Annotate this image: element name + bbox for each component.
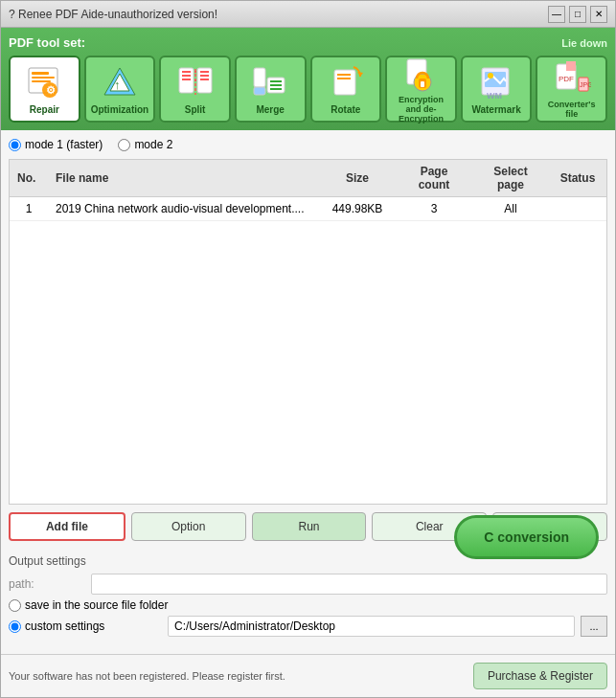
svg-rect-14 bbox=[200, 71, 209, 73]
repair-label: Repair bbox=[30, 104, 59, 115]
mode1-label: mode 1 (faster) bbox=[25, 138, 103, 151]
repair-icon: ⚙ bbox=[25, 63, 63, 101]
svg-text:WM: WM bbox=[487, 91, 502, 101]
tool-merge[interactable]: Merge bbox=[235, 56, 307, 123]
svg-rect-28 bbox=[337, 78, 351, 79]
svg-text:⚙: ⚙ bbox=[46, 84, 56, 96]
optimization-icon: ↑ bbox=[101, 63, 139, 101]
toolbar-right-text: Lie down bbox=[561, 37, 607, 49]
toolbar-header: PDF tool set: Lie down bbox=[9, 35, 607, 50]
optimization-label: Optimization bbox=[91, 104, 149, 115]
watermark-label: Watermark bbox=[471, 104, 520, 115]
svg-rect-2 bbox=[32, 77, 55, 79]
svg-rect-3 bbox=[32, 80, 51, 82]
save-source-row: save in the source file folder bbox=[9, 598, 607, 612]
output-path-row: path: bbox=[9, 574, 607, 595]
svg-rect-12 bbox=[182, 79, 191, 80]
output-path-input[interactable] bbox=[91, 574, 607, 595]
tool-converter[interactable]: PDF → JPG Converter's file bbox=[536, 56, 607, 123]
save-source-text: save in the source file folder bbox=[25, 598, 168, 612]
rotate-label: Rotate bbox=[331, 104, 360, 115]
save-source-radio[interactable] bbox=[9, 599, 21, 612]
close-button[interactable]: ✕ bbox=[590, 6, 607, 23]
save-source-label[interactable]: save in the source file folder bbox=[9, 598, 168, 612]
mode2-radio[interactable] bbox=[118, 139, 130, 151]
window-controls: — □ ✕ bbox=[548, 6, 607, 23]
option-button[interactable]: Option bbox=[131, 512, 246, 541]
svg-rect-1 bbox=[32, 72, 49, 75]
cell-status bbox=[549, 197, 606, 221]
mode1-option[interactable]: mode 1 (faster) bbox=[9, 138, 103, 151]
svg-marker-29 bbox=[357, 72, 363, 77]
svg-point-36 bbox=[488, 73, 493, 79]
bottom-area: Your software has not been registered. P… bbox=[1, 654, 615, 697]
col-size: Size bbox=[319, 160, 396, 197]
svg-rect-16 bbox=[200, 79, 209, 80]
table-row[interactable]: 1 2019 China network audio-visual develo… bbox=[10, 197, 606, 221]
svg-rect-20 bbox=[254, 68, 265, 87]
converter-icon: PDF → JPG bbox=[553, 60, 591, 97]
watermark-icon: WM bbox=[477, 63, 515, 101]
tool-rotate[interactable]: Rotate bbox=[310, 56, 382, 123]
custom-settings-label[interactable]: custom settings bbox=[9, 619, 162, 633]
converter-label: Converter's file bbox=[541, 100, 602, 119]
merge-label: Merge bbox=[256, 104, 284, 115]
tool-split[interactable]: Split bbox=[159, 56, 231, 123]
svg-text:PDF: PDF bbox=[559, 75, 574, 83]
svg-text:JPG: JPG bbox=[580, 81, 591, 88]
window-title: ? Renee PDF Aide-unauthorized version! bbox=[9, 8, 217, 21]
tool-encrypt[interactable]: Encryption and de-Encryption bbox=[385, 56, 457, 123]
svg-rect-15 bbox=[200, 75, 209, 77]
col-status: Status bbox=[549, 160, 606, 197]
custom-settings-row: custom settings ... bbox=[9, 616, 607, 637]
custom-settings-text: custom settings bbox=[25, 619, 104, 633]
custom-path-input[interactable] bbox=[168, 616, 575, 637]
custom-settings-radio[interactable] bbox=[9, 620, 21, 633]
svg-rect-10 bbox=[182, 71, 191, 73]
svg-marker-40 bbox=[566, 61, 576, 71]
svg-rect-27 bbox=[337, 74, 351, 76]
svg-rect-11 bbox=[182, 75, 191, 77]
add-file-button[interactable]: Add file bbox=[9, 512, 125, 541]
mode-selector: mode 1 (faster) mode 2 bbox=[9, 138, 607, 151]
encrypt-label: Encryption and de-Encryption bbox=[391, 95, 451, 124]
title-bar: ? Renee PDF Aide-unauthorized version! —… bbox=[1, 1, 615, 28]
tool-watermark[interactable]: WM Watermark bbox=[461, 56, 533, 123]
toolbar-icons: ⚙ Repair ↑ Optimization bbox=[9, 56, 607, 123]
mode2-label: mode 2 bbox=[134, 138, 172, 151]
split-label: Split bbox=[185, 104, 206, 115]
mode2-option[interactable]: mode 2 bbox=[118, 138, 172, 151]
tool-repair[interactable]: ⚙ Repair bbox=[9, 56, 80, 123]
toolbar-title: PDF tool set: bbox=[9, 35, 85, 50]
cell-pagecount: 3 bbox=[396, 197, 472, 221]
svg-rect-26 bbox=[334, 70, 355, 95]
mode1-radio[interactable] bbox=[9, 139, 21, 151]
content-area: mode 1 (faster) mode 2 No. File name Siz… bbox=[1, 130, 615, 654]
registration-notice: Your software has not been registered. P… bbox=[9, 670, 285, 682]
convert-button[interactable]: C conversion bbox=[454, 515, 599, 559]
cell-no: 1 bbox=[10, 197, 48, 221]
col-no: No. bbox=[10, 160, 48, 197]
split-icon bbox=[176, 63, 215, 101]
tool-optimization[interactable]: ↑ Optimization bbox=[84, 56, 156, 123]
toolbar-area: PDF tool set: Lie down ⚙ Repair bbox=[1, 28, 615, 130]
encrypt-icon bbox=[401, 56, 440, 92]
svg-rect-33 bbox=[421, 81, 424, 87]
browse-button[interactable]: ... bbox=[581, 616, 607, 637]
rotate-icon bbox=[327, 63, 365, 101]
svg-rect-25 bbox=[270, 88, 282, 90]
svg-text:↑: ↑ bbox=[114, 78, 121, 92]
cell-filename: 2019 China network audio-visual developm… bbox=[48, 197, 319, 221]
main-window: ? Renee PDF Aide-unauthorized version! —… bbox=[0, 0, 616, 698]
register-button[interactable]: Purchase & Register bbox=[473, 663, 607, 689]
col-selectpage: Select page bbox=[472, 160, 549, 197]
cell-size: 449.98KB bbox=[319, 197, 396, 221]
output-settings: Output settings path: save in the source… bbox=[9, 549, 607, 646]
svg-rect-24 bbox=[270, 84, 282, 86]
maximize-button[interactable]: □ bbox=[569, 6, 586, 23]
col-filename: File name bbox=[48, 160, 319, 197]
run-button[interactable]: Run bbox=[252, 512, 367, 541]
file-table: No. File name Size Page count Select pag… bbox=[9, 159, 607, 505]
minimize-button[interactable]: — bbox=[548, 6, 565, 23]
merge-icon bbox=[251, 63, 289, 101]
